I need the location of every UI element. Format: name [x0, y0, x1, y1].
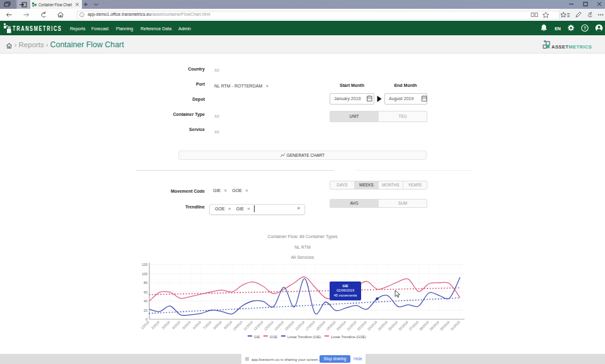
svg-text:17/2019: 17/2019 — [304, 320, 316, 331]
svg-text:EN: EN — [555, 26, 561, 31]
svg-text:27/2019: 27/2019 — [408, 320, 419, 331]
svg-text:NL RTM: NL RTM — [294, 245, 311, 249]
svg-text:21/2019: 21/2019 — [346, 320, 357, 331]
svg-text:GIE: GIE — [254, 335, 260, 339]
svg-text:5/2019: 5/2019 — [182, 320, 192, 330]
svg-text:Container Flow: All Container: Container Flow: All Container Types — [267, 234, 338, 239]
svg-text:12/2019: 12/2019 — [253, 320, 264, 331]
svg-text:16/2019: 16/2019 — [294, 320, 306, 331]
svg-text:7/2019: 7/2019 — [202, 320, 212, 330]
svg-text:3/2019: 3/2019 — [161, 320, 171, 330]
svg-text:23/2019: 23/2019 — [367, 320, 378, 331]
svg-text:100: 100 — [142, 272, 147, 276]
svg-text:80: 80 — [144, 281, 147, 285]
svg-text:20/2019: 20/2019 — [335, 320, 347, 331]
svg-text:?: ? — [584, 25, 587, 31]
svg-text:28/2019: 28/2019 — [418, 320, 430, 331]
svg-text:i: i — [81, 13, 82, 17]
svg-text:All Services: All Services — [291, 255, 314, 259]
svg-text:19/2019: 19/2019 — [325, 320, 337, 331]
svg-text:11/2019: 11/2019 — [243, 320, 253, 331]
svg-text:2/2019: 2/2019 — [151, 320, 161, 330]
svg-text:120: 120 — [142, 263, 147, 266]
svg-text:Linear Trendline (GIE): Linear Trendline (GIE) — [287, 335, 321, 339]
svg-text:10/2019: 10/2019 — [232, 320, 243, 331]
svg-text:18/2019: 18/2019 — [315, 320, 326, 331]
svg-text:26/2019: 26/2019 — [398, 320, 409, 331]
svg-text:14/2019: 14/2019 — [274, 320, 285, 331]
svg-text:22/2019: 22/2019 — [356, 320, 367, 331]
svg-text:15/2019: 15/2019 — [284, 320, 295, 331]
svg-text:30/2019: 30/2019 — [439, 320, 451, 331]
svg-text:29/2019: 29/2019 — [429, 320, 440, 331]
svg-text:40: 40 — [144, 299, 147, 303]
svg-text:Linear Trendline (GOE): Linear Trendline (GOE) — [331, 335, 366, 339]
svg-text:60: 60 — [144, 290, 147, 294]
svg-text:25/2019: 25/2019 — [388, 320, 399, 331]
svg-text:8/2019: 8/2019 — [212, 320, 222, 330]
svg-text:4/2019: 4/2019 — [171, 320, 182, 330]
svg-text:ASSETMETRICS: ASSETMETRICS — [551, 44, 592, 50]
svg-text:GOE: GOE — [270, 335, 277, 339]
svg-text:6/2019: 6/2019 — [192, 320, 202, 330]
svg-text:31/2019: 31/2019 — [449, 320, 461, 331]
svg-text:1/2019: 1/2019 — [140, 320, 150, 330]
svg-text:20: 20 — [144, 309, 147, 312]
svg-text:24/2019: 24/2019 — [377, 320, 388, 331]
svg-text:13/2019: 13/2019 — [263, 320, 274, 331]
